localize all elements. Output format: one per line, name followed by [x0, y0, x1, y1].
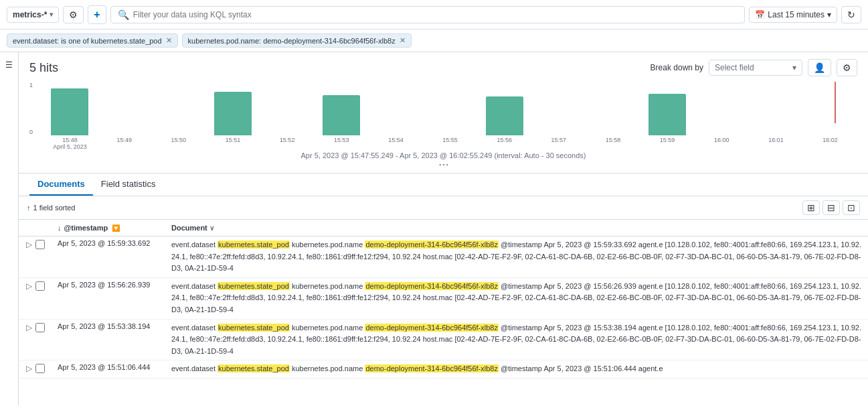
row-document-0: event.dataset kubernetes.state_pod kuber…: [166, 236, 868, 278]
x-label-3: 15:51: [205, 137, 260, 150]
histogram-bar-0: [43, 82, 96, 135]
bar-fill-11: [648, 94, 686, 135]
index-selector[interactable]: metrics-* ▾: [7, 7, 59, 23]
table-actions: ⊞ ⊟ ⊡: [802, 200, 860, 215]
hits-count: 5 hits: [29, 61, 58, 75]
histogram-bar-5: [315, 82, 368, 135]
bar-fill-0: [51, 88, 88, 135]
red-line: [835, 82, 836, 123]
plus-icon: +: [94, 9, 100, 20]
podname-highlight-0: demo-deployment-314-6bc964f56f-xlb8z: [365, 241, 499, 249]
main-area: ☰ 5 hits Break down by Select field ▾ 👤 …: [0, 52, 868, 405]
bar-fill-5: [323, 95, 360, 135]
sidebar-toggle[interactable]: ☰: [0, 52, 19, 405]
grid-icon: ⊟: [827, 202, 835, 213]
podname-highlight-2: demo-deployment-314-6bc964f56f-xlb8z: [365, 324, 499, 332]
histogram-bar-11: [640, 82, 694, 135]
row-document-1: event.dataset kubernetes.state_pod kuber…: [166, 277, 868, 319]
timestamp-col-label: @timestamp: [64, 224, 108, 232]
timestamp-filter-icon: 🔽: [112, 224, 120, 232]
person-icon: 👤: [814, 62, 825, 73]
bar-fill-8: [486, 96, 523, 135]
x-label-1: 15:49: [97, 137, 151, 150]
histogram-bar-10: [586, 82, 640, 135]
x-label-0: 15:48April 5, 2023: [43, 137, 97, 150]
search-input[interactable]: [133, 10, 738, 19]
select-field-dropdown[interactable]: Select field ▾: [709, 60, 802, 76]
table-fullscreen-button[interactable]: ⊡: [843, 200, 860, 215]
row-timestamp-1: Apr 5, 2023 @ 15:56:26.939: [52, 277, 166, 319]
chart-header: 5 hits Break down by Select field ▾ 👤 ⚙: [29, 59, 857, 76]
tab-documents[interactable]: Documents: [29, 174, 93, 196]
table-row: ▷ Apr 5, 2023 @ 15:56:26.939event.datase…: [19, 277, 868, 319]
y-min-label: 0: [29, 129, 33, 135]
x-label-2: 15:50: [151, 137, 205, 150]
histogram: 1 0 15:48April 5, 202315:4915:5015:5115:…: [29, 82, 857, 149]
sort-info: ↑ 1 field sorted: [27, 204, 75, 212]
sidebar-toggle-icon: ☰: [5, 60, 13, 70]
row-timestamp-2: Apr 5, 2023 @ 15:53:38.194: [52, 319, 166, 360]
search-bar[interactable]: 🔍: [110, 6, 746, 23]
x-label-5: 15:53: [315, 137, 369, 150]
table-body: ▷ Apr 5, 2023 @ 15:59:33.692event.datase…: [19, 236, 868, 379]
table-row: ▷ Apr 5, 2023 @ 15:59:33.692event.datase…: [19, 236, 868, 278]
gear-icon: ⚙: [843, 62, 851, 73]
filter-pill-2-close[interactable]: ✕: [400, 36, 406, 45]
document-expand-icon[interactable]: ∨: [209, 224, 214, 232]
x-label-6: 15:54: [369, 137, 423, 150]
select-field-chevron-icon: ▾: [792, 63, 796, 72]
filter-button[interactable]: ⚙: [63, 6, 84, 23]
time-chevron-icon: ▾: [827, 10, 831, 19]
podname-highlight-1: demo-deployment-314-6bc964f56f-xlb8z: [365, 282, 499, 290]
x-label-11: 15:59: [640, 137, 695, 150]
table-container: ↑ 1 field sorted ⊞ ⊟ ⊡: [19, 196, 868, 405]
histogram-bar-2: [151, 82, 205, 135]
row-actions-cell-3: ▷: [19, 360, 52, 379]
histogram-bar-9: [532, 82, 586, 135]
row-expand-btn-0[interactable]: ▷: [24, 239, 34, 250]
sort-icon: ↑: [27, 204, 31, 212]
filter-pill-1-text: event.dataset: is one of kubernetes.stat…: [13, 37, 162, 45]
time-picker[interactable]: 📅 Last 15 minutes ▾: [749, 7, 837, 23]
filter-icon: ⚙: [69, 9, 78, 20]
row-checkbox-3[interactable]: [35, 364, 45, 373]
row-checkbox-2[interactable]: [35, 323, 45, 332]
document-col-label: Document: [171, 224, 207, 232]
table-toolbar: ↑ 1 field sorted ⊞ ⊟ ⊡: [19, 196, 868, 220]
filter-pill-2[interactable]: kubernetes.pod.name: demo-deployment-314…: [182, 33, 412, 48]
breakdown-controls: Break down by Select field ▾ 👤 ⚙: [650, 59, 857, 76]
histogram-bar-1: [97, 82, 151, 135]
filter-pill-1-close[interactable]: ✕: [166, 36, 172, 45]
filter-pill-1[interactable]: event.dataset: is one of kubernetes.stat…: [7, 33, 178, 48]
chart-options-button[interactable]: ⚙: [837, 59, 857, 76]
histogram-bar-8: [478, 82, 531, 135]
content-area: 5 hits Break down by Select field ▾ 👤 ⚙: [19, 52, 868, 405]
podname-highlight-3: demo-deployment-314-6bc964f56f-xlb8z: [365, 364, 499, 372]
row-expand-btn-2[interactable]: ▷: [24, 322, 34, 333]
chart-settings-icon-button[interactable]: 👤: [808, 59, 831, 76]
row-expand-btn-1[interactable]: ▷: [24, 281, 34, 291]
bar-fill-3: [214, 92, 252, 135]
histogram-bar-3: [206, 82, 260, 135]
refresh-button[interactable]: ↻: [841, 6, 861, 23]
columns-icon: ⊞: [807, 202, 815, 213]
row-checkbox-1[interactable]: [35, 281, 45, 291]
resize-handle[interactable]: ⋯: [29, 159, 857, 170]
tab-field-statistics[interactable]: Field statistics: [93, 174, 164, 196]
dataset-highlight-2: kubernetes.state_pod: [218, 324, 290, 332]
histogram-bar-6: [369, 82, 422, 135]
add-filter-button[interactable]: +: [88, 5, 106, 24]
row-actions-cell-1: ▷: [19, 277, 52, 319]
table-grid-button[interactable]: ⊟: [822, 200, 840, 215]
row-document-3: event.dataset kubernetes.state_pod kuber…: [166, 360, 868, 379]
row-expand-btn-3[interactable]: ▷: [24, 363, 34, 374]
th-timestamp[interactable]: ↓ @timestamp 🔽: [52, 220, 166, 236]
table-row: ▷ Apr 5, 2023 @ 15:53:38.194event.datase…: [19, 319, 868, 360]
th-document: Document ∨: [166, 220, 868, 236]
th-actions: [19, 220, 52, 236]
row-checkbox-0[interactable]: [35, 240, 45, 249]
row-actions-cell-2: ▷: [19, 319, 52, 360]
histogram-bar-7: [423, 82, 476, 135]
x-label-8: 15:56: [477, 137, 531, 150]
table-columns-button[interactable]: ⊞: [802, 200, 820, 215]
